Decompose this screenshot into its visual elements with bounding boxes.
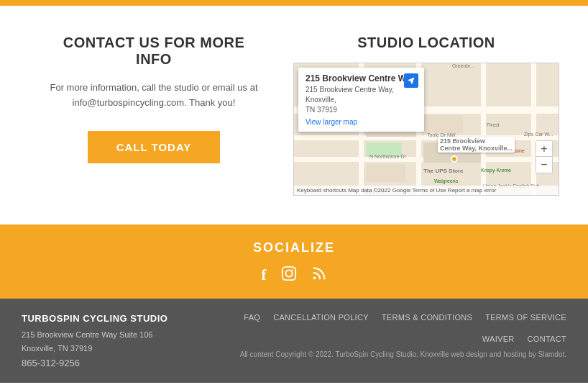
map-walgreens-label: Walgreens xyxy=(434,178,458,183)
map-zoom-controls: + − xyxy=(536,140,553,173)
map-popup: 215 Brookview Centre Way 215 Brookview C… xyxy=(298,68,424,132)
footer-address-line2: Knoxville, TN 37919 xyxy=(22,342,203,355)
map-attribution-text: Keyboard shortcuts Map data ©2022 Google… xyxy=(297,187,496,194)
map-inner: Woodburn Dr Toole Dr NW N Northshore Dr … xyxy=(294,63,559,195)
footer-nav-contact[interactable]: CONTACT xyxy=(528,335,566,343)
footer-nav-faq[interactable]: FAQ xyxy=(244,313,260,322)
svg-point-1 xyxy=(285,270,292,276)
footer-left: TURBOSPIN CYCLING STUDIO 215 Brookview C… xyxy=(22,313,203,368)
footer-copyright: All content Copyright © 2022. TurboSpin … xyxy=(240,350,566,358)
footer-nav-terms-service[interactable]: TERMS OF SERVICE xyxy=(485,313,566,322)
footer-brand: TURBOSPIN CYCLING STUDIO xyxy=(22,313,203,324)
contact-description: For more information, call the studio or… xyxy=(50,81,257,111)
street-v4 xyxy=(531,63,536,195)
map-greenbr-label: Greenbr... xyxy=(452,63,474,68)
map-container[interactable]: Woodburn Dr Toole Dr NW N Northshore Dr … xyxy=(293,63,559,196)
socialize-section: SOCIALIZE f xyxy=(0,225,588,299)
footer: TURBOSPIN CYCLING STUDIO 215 Brookview C… xyxy=(0,299,588,383)
footer-nav-waiver[interactable]: WAIVER xyxy=(482,335,515,343)
map-popup-title: 215 Brookview Centre Way xyxy=(306,73,417,83)
map-street-label-3: N Northshore Dr xyxy=(369,154,406,159)
contact-title: CONTACT US FOR MORE INFO xyxy=(43,35,265,68)
directions-icon[interactable] xyxy=(404,73,418,88)
street-h2 xyxy=(294,135,559,140)
map-block-3 xyxy=(423,115,463,133)
map-attribution: Keyboard shortcuts Map data ©2022 Google… xyxy=(294,186,559,195)
map-pin-label: 215 BrookviewCentre Way, Knoxville... xyxy=(438,137,515,153)
location-title: STUDIO LOCATION xyxy=(357,35,495,51)
socialize-title: SOCIALIZE xyxy=(0,240,588,255)
contact-section: CONTACT US FOR MORE INFO For more inform… xyxy=(43,35,293,196)
footer-phone: 865-312-9256 xyxy=(22,358,203,368)
map-zips-label: Zips Car W... xyxy=(524,132,553,137)
footer-right: FAQ CANCELLATION POLICY TERMS & CONDITIO… xyxy=(203,313,566,358)
svg-point-3 xyxy=(313,277,316,280)
street-v3 xyxy=(481,63,486,195)
view-larger-map-link[interactable]: View larger map xyxy=(306,118,417,126)
map-krispy-label: Krispy Kreme xyxy=(481,168,511,173)
zoom-in-button[interactable]: + xyxy=(536,141,552,157)
footer-address-line1: 215 Brookview Centre Way Suite 106 xyxy=(22,328,203,342)
instagram-icon[interactable] xyxy=(281,266,297,286)
main-content: CONTACT US FOR MORE INFO For more inform… xyxy=(0,6,588,225)
location-section: STUDIO LOCATION Woodburn xyxy=(293,35,559,196)
facebook-icon[interactable]: f xyxy=(261,266,266,286)
social-icons-container: f xyxy=(0,266,588,286)
footer-nav-terms-conditions[interactable]: TERMS & CONDITIONS xyxy=(382,313,472,322)
top-accent-line xyxy=(0,0,588,6)
call-today-button[interactable]: CALL TODAY xyxy=(88,131,221,163)
map-block-5 xyxy=(366,164,405,182)
svg-point-2 xyxy=(292,269,293,271)
footer-nav-cancellation[interactable]: CANCELLATION POLICY xyxy=(273,313,369,322)
zoom-out-button[interactable]: − xyxy=(536,157,552,173)
svg-rect-0 xyxy=(282,267,295,280)
footer-nav: FAQ CANCELLATION POLICY TERMS & CONDITIO… xyxy=(203,313,566,343)
rss-icon[interactable] xyxy=(311,266,327,286)
map-ups-label: The UPS Store xyxy=(423,168,464,174)
map-marker xyxy=(451,155,458,163)
map-firest-label: Firest xyxy=(487,122,500,127)
map-popup-address: 215 Brookview Centre Way, Knoxville,TN 3… xyxy=(306,85,417,115)
